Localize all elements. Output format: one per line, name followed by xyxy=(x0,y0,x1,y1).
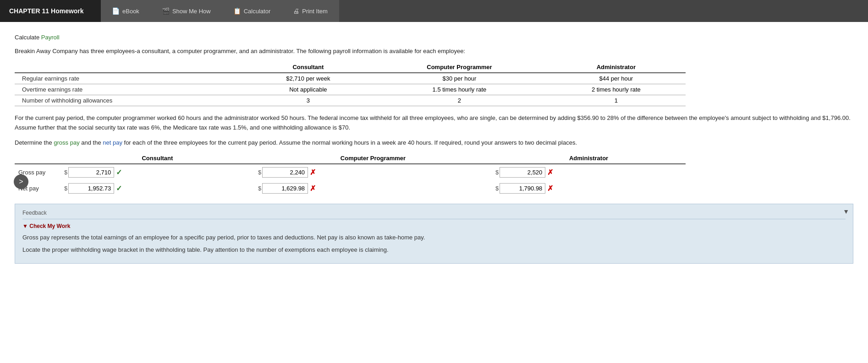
main-content-area: > Calculate Payroll Breakin Away Company… xyxy=(0,22,868,363)
consultant-gross-pay-cell: $ ✓ xyxy=(60,164,254,180)
consultant-net-pay-input-group: $ ✓ xyxy=(64,183,251,194)
description-text: Breakin Away Company has three employees… xyxy=(15,47,853,56)
answer-col-consultant: Consultant xyxy=(60,153,254,164)
administrator-gross-pay-input[interactable] xyxy=(500,167,545,178)
table-row: Overtime earnings rate Not applicable 1.… xyxy=(15,84,686,95)
col-administrator-header: Administrator xyxy=(547,62,686,73)
net-pay-row: Net pay $ ✓ $ ✗ xyxy=(15,180,686,196)
check-my-work-label[interactable]: ▼ Check My Work xyxy=(22,223,846,229)
toggle-btn-label: > xyxy=(19,178,23,186)
show-me-how-label: Show Me How xyxy=(172,8,211,15)
row-label: Overtime earnings rate xyxy=(15,84,244,95)
ebook-tab[interactable]: 📄 eBook xyxy=(101,0,151,22)
chapter-title-text: CHAPTER 11 Homework xyxy=(9,7,84,15)
consultant-overtime: Not applicable xyxy=(244,84,373,95)
administrator-allowances: 1 xyxy=(547,95,686,106)
long-text-1: For the current pay period, the computer… xyxy=(15,114,853,133)
payroll-link[interactable]: Payroll xyxy=(41,34,60,41)
programmer-gross-pay-input-group: $ ✗ xyxy=(258,167,488,178)
administrator-gross-pay-input-group: $ ✗ xyxy=(495,167,682,178)
answer-col-programmer: Computer Programmer xyxy=(254,153,492,164)
dollar-sign-5: $ xyxy=(258,185,262,192)
consultant-net-pay-cell: $ ✓ xyxy=(60,180,254,196)
administrator-net-pay-cell: $ ✗ xyxy=(492,180,686,196)
programmer-overtime: 1.5 times hourly rate xyxy=(372,84,547,95)
chapter-title: CHAPTER 11 Homework xyxy=(0,0,101,22)
row-label: Regular earnings rate xyxy=(15,73,244,84)
description-content: Breakin Away Company has three employees… xyxy=(15,48,465,54)
col-label-header xyxy=(15,62,244,73)
sidebar-toggle-button[interactable]: > xyxy=(14,174,28,189)
administrator-overtime: 2 times hourly rate xyxy=(547,84,686,95)
dollar-sign-3: $ xyxy=(495,169,500,176)
feedback-box: ▼ Feedback ▼ Check My Work Gross pay rep… xyxy=(15,204,853,264)
programmer-net-pay-x-icon: ✗ xyxy=(310,184,316,193)
consultant-net-pay-check-icon: ✓ xyxy=(116,184,122,193)
answer-col-administrator: Administrator xyxy=(492,153,686,164)
show-me-how-icon: 🎬 xyxy=(162,7,170,15)
consultant-gross-pay-input[interactable] xyxy=(68,167,114,178)
administrator-gross-pay-x-icon: ✗ xyxy=(547,168,553,177)
feedback-collapse-button[interactable]: ▼ xyxy=(843,208,849,215)
show-me-how-tab[interactable]: 🎬 Show Me How xyxy=(151,0,222,22)
feedback-text-2: Locate the proper withholding wage brack… xyxy=(22,245,846,255)
administrator-net-pay-input-group: $ ✗ xyxy=(495,183,682,194)
long-text-2: Determine the gross pay and the net pay … xyxy=(15,138,853,148)
answer-section: Consultant Computer Programmer Administr… xyxy=(15,153,853,196)
col-consultant-header: Consultant xyxy=(244,62,373,73)
programmer-gross-pay-cell: $ ✗ xyxy=(254,164,492,180)
programmer-net-pay-cell: $ ✗ xyxy=(254,180,492,196)
feedback-text-1: Gross pay represents the total earnings … xyxy=(22,233,846,243)
table-row: Regular earnings rate $2,710 per week $3… xyxy=(15,73,686,84)
administrator-net-pay-x-icon: ✗ xyxy=(547,184,553,193)
programmer-regular-earnings: $30 per hour xyxy=(372,73,547,84)
gross-pay-row: Gross pay $ ✓ $ ✗ xyxy=(15,164,686,180)
long-text-1-content: For the current pay period, the computer… xyxy=(15,114,851,131)
consultant-regular-earnings: $2,710 per week xyxy=(244,73,373,84)
calculator-icon: 📋 xyxy=(233,7,241,15)
dollar-sign-6: $ xyxy=(495,185,500,192)
print-item-tab[interactable]: 🖨 Print Item xyxy=(282,0,339,22)
programmer-net-pay-input[interactable] xyxy=(262,183,308,194)
dollar-sign-2: $ xyxy=(258,169,262,176)
calculator-label: Calculator xyxy=(244,8,271,15)
administrator-regular-earnings: $44 per hour xyxy=(547,73,686,84)
ebook-icon: 📄 xyxy=(112,7,120,15)
page-title: Calculate Payroll xyxy=(15,33,853,42)
calculator-tab[interactable]: 📋 Calculator xyxy=(222,0,282,22)
top-navigation-bar: CHAPTER 11 Homework 📄 eBook 🎬 Show Me Ho… xyxy=(0,0,868,22)
programmer-allowances: 2 xyxy=(372,95,547,106)
consultant-net-pay-input[interactable] xyxy=(68,183,114,194)
answer-table: Consultant Computer Programmer Administr… xyxy=(15,153,686,196)
programmer-net-pay-input-group: $ ✗ xyxy=(258,183,488,194)
gross-pay-link[interactable]: gross pay xyxy=(54,139,79,146)
administrator-gross-pay-cell: $ ✗ xyxy=(492,164,686,180)
programmer-gross-pay-input[interactable] xyxy=(262,167,308,178)
consultant-allowances: 3 xyxy=(244,95,373,106)
consultant-gross-pay-input-group: $ ✓ xyxy=(64,167,251,178)
feedback-title: Feedback xyxy=(22,210,846,216)
programmer-gross-pay-x-icon: ✗ xyxy=(310,168,316,177)
col-programmer-header: Computer Programmer xyxy=(372,62,547,73)
consultant-gross-pay-check-icon: ✓ xyxy=(116,168,122,177)
net-pay-link[interactable]: net pay xyxy=(103,139,122,146)
ebook-label: eBook xyxy=(122,8,139,15)
dollar-sign-1: $ xyxy=(64,169,68,176)
print-icon: 🖨 xyxy=(293,7,299,15)
payroll-info-table: Consultant Computer Programmer Administr… xyxy=(15,62,686,106)
administrator-net-pay-input[interactable] xyxy=(500,183,545,194)
row-label: Number of withholding allowances xyxy=(15,95,244,106)
table-row: Number of withholding allowances 3 2 1 xyxy=(15,95,686,106)
dollar-sign-4: $ xyxy=(64,185,68,192)
answer-col-label xyxy=(15,153,60,164)
print-label: Print Item xyxy=(302,8,328,15)
